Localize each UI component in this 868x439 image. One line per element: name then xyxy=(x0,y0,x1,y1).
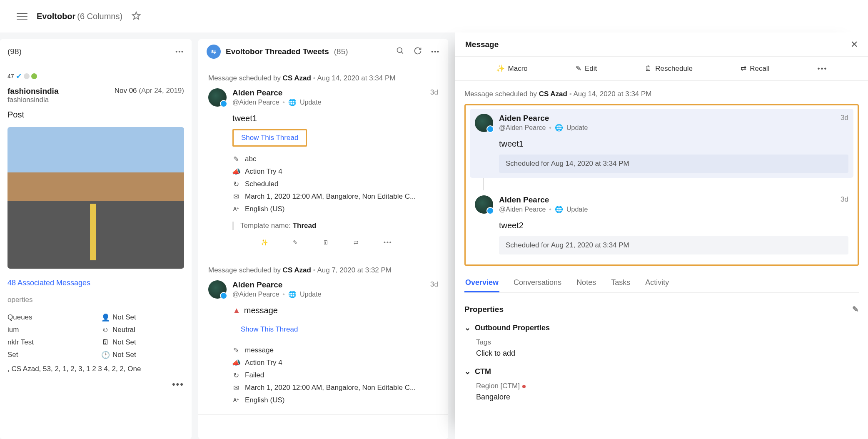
sub-line: @Aiden Pearce•🌐Update xyxy=(499,205,588,213)
column-badge-icon: ⇆ xyxy=(207,45,221,59)
edit-button[interactable]: ✎Edit xyxy=(576,64,597,73)
tags-label: Tags xyxy=(476,338,859,347)
twitter-badge-icon xyxy=(486,207,494,215)
wand-icon[interactable]: ✨ xyxy=(261,239,268,246)
calendar-icon: 🗓 xyxy=(102,339,109,346)
prop-right-0: 👤Not Set xyxy=(102,313,184,322)
prop-left-1: ium xyxy=(7,326,90,334)
associated-messages-link[interactable]: 48 Associated Messages xyxy=(7,279,184,287)
display-name[interactable]: Aiden Pearce xyxy=(232,280,322,289)
status-icon: ↻ xyxy=(232,372,240,379)
age: 3d xyxy=(430,280,438,298)
prop-right-2: 🗓Not Set xyxy=(102,338,184,347)
prop-right-3: 🕒Not Set xyxy=(102,351,184,359)
properties-title: Properties xyxy=(464,305,504,314)
prop-left-3: Set xyxy=(7,351,90,359)
tab-activity[interactable]: Activity xyxy=(644,274,670,292)
region-value[interactable]: Bangalore xyxy=(476,393,859,402)
age: 3d xyxy=(430,88,438,106)
display-name[interactable]: Aiden Pearce xyxy=(232,88,322,97)
display-name: Aiden Pearce xyxy=(499,114,588,123)
calendar-icon[interactable]: 🗓 xyxy=(323,239,329,246)
more-icon[interactable]: ••• xyxy=(431,48,440,55)
sched-line: Message scheduled by CS Azad • Aug 14, 2… xyxy=(208,74,438,82)
prop-right-1: ☺Neutral xyxy=(102,326,184,334)
post-image[interactable] xyxy=(7,127,184,269)
more-icon[interactable]: ••• xyxy=(175,48,184,55)
tab-notes[interactable]: Notes xyxy=(576,274,597,292)
avatar[interactable] xyxy=(208,88,227,107)
status-dots: 47 ✔ xyxy=(7,72,184,81)
globe-icon: 🌐 xyxy=(288,290,297,298)
svg-marker-0 xyxy=(132,12,140,19)
scheduled-pill: Scheduled for Aug 14, 2020 at 3:34 PM xyxy=(499,155,848,173)
outbound-properties-header[interactable]: ⌄ Outbound Properties xyxy=(464,323,859,332)
prop-tags: , CS Azad, 53, 2, 1, 2, 3, 1 2 3 4, 2, 2… xyxy=(7,365,184,373)
globe-icon: 🌐 xyxy=(288,98,297,106)
sub-line: @Aiden Pearce• 🌐Update xyxy=(232,98,322,106)
mail-icon: ✉ xyxy=(232,384,240,392)
star-icon[interactable] xyxy=(132,11,141,22)
megaphone-icon: 📣 xyxy=(232,359,240,367)
sub-line: @Aiden Pearce•🌐Update xyxy=(499,124,588,132)
sub-line: @Aiden Pearce• 🌐Update xyxy=(232,290,322,298)
tab-conversations[interactable]: Conversations xyxy=(513,274,562,292)
board-title: Evoltobor (6 Columns) xyxy=(37,12,122,21)
tweet-text: tweet2 xyxy=(499,221,848,230)
thread-tweet[interactable]: Aiden Pearce @Aiden Pearce•🌐Update 3d tw… xyxy=(470,190,853,259)
meta-list: ✎abc 📣Action Try 4 ↻Scheduled ✉March 1, … xyxy=(232,155,438,230)
recall-icon[interactable]: ⇄ xyxy=(354,239,359,246)
tweet-text: ▲message xyxy=(232,306,438,315)
pencil-icon[interactable]: ✎ xyxy=(293,239,298,246)
globe-icon: 🌐 xyxy=(555,124,563,132)
warning-icon: ▲ xyxy=(232,306,241,315)
tweet-text: tweet1 xyxy=(499,139,848,149)
tab-tasks[interactable]: Tasks xyxy=(610,274,631,292)
macro-button[interactable]: ✨Macro xyxy=(496,64,528,73)
show-thread-link[interactable]: Show This Thread xyxy=(232,321,306,338)
menu-icon[interactable] xyxy=(17,13,27,20)
age: 3d xyxy=(841,114,848,132)
column-2-title: Evoltobor Threaded Tweets xyxy=(226,47,329,56)
search-icon[interactable] xyxy=(396,47,404,56)
message-card[interactable]: Message scheduled by CS Azad • Aug 7, 20… xyxy=(198,256,448,415)
profile-name[interactable]: fashionsindia xyxy=(7,87,58,96)
avatar[interactable] xyxy=(208,280,227,299)
note-icon: ✎ xyxy=(232,155,240,163)
more-icon[interactable]: ••• xyxy=(384,239,392,246)
avatar[interactable] xyxy=(475,114,493,132)
more-icon[interactable]: ••• xyxy=(7,379,184,390)
chevron-down-icon: ⌄ xyxy=(464,323,471,332)
edit-properties-icon[interactable]: ✎ xyxy=(852,304,859,314)
meta-list: ✎message 📣Action Try 4 ↻Failed ✉March 1,… xyxy=(232,346,438,404)
show-thread-link[interactable]: Show This Thread xyxy=(232,129,307,147)
calendar-icon: 🗓 xyxy=(645,65,652,73)
avatar[interactable] xyxy=(475,195,493,214)
clock-icon: 🕒 xyxy=(102,351,109,359)
refresh-icon[interactable] xyxy=(414,47,422,56)
prop-left-0: Queues xyxy=(7,313,90,322)
thread-box: Aiden Pearce @Aiden Pearce•🌐Update 3d tw… xyxy=(464,104,859,266)
display-name: Aiden Pearce xyxy=(499,195,588,205)
panel-tabs: OverviewConversationsNotesTasksActivity xyxy=(464,274,859,293)
recall-button[interactable]: ⇄Recall xyxy=(741,64,769,73)
reschedule-button[interactable]: 🗓Reschedule xyxy=(645,65,693,73)
card-actions: ✨ ✎ 🗓 ⇄ ••• xyxy=(232,239,438,246)
post-label: Post xyxy=(7,110,184,120)
message-card[interactable]: Message scheduled by CS Azad • Aug 14, 2… xyxy=(198,64,448,256)
twitter-badge-icon xyxy=(220,292,227,299)
twitter-badge-icon xyxy=(486,125,494,133)
tab-overview[interactable]: Overview xyxy=(464,274,499,292)
tags-value[interactable]: Click to add xyxy=(476,349,859,358)
language-icon: A⁺ xyxy=(232,397,240,404)
close-icon[interactable]: ✕ xyxy=(851,39,858,50)
chevron-down-icon: ⌄ xyxy=(464,367,471,376)
svg-line-2 xyxy=(402,52,403,54)
thread-tweet[interactable]: Aiden Pearce @Aiden Pearce•🌐Update 3d tw… xyxy=(470,109,853,178)
required-dot-icon xyxy=(522,385,526,388)
more-icon[interactable]: ••• xyxy=(818,65,828,73)
wand-icon: ✨ xyxy=(496,64,505,73)
status-icon: ↻ xyxy=(232,180,240,188)
region-label: Region [CTM] xyxy=(476,382,859,390)
ctm-header[interactable]: ⌄ CTM xyxy=(464,367,859,376)
